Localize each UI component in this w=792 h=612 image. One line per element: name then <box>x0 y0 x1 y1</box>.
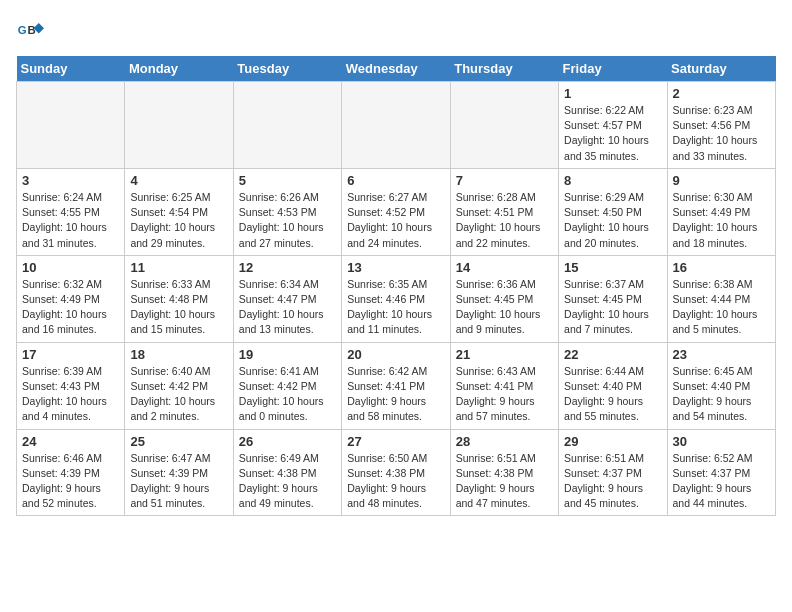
day-number: 16 <box>673 260 770 275</box>
calendar-cell: 28Sunrise: 6:51 AM Sunset: 4:38 PM Dayli… <box>450 429 558 516</box>
calendar-cell: 14Sunrise: 6:36 AM Sunset: 4:45 PM Dayli… <box>450 255 558 342</box>
calendar-cell: 20Sunrise: 6:42 AM Sunset: 4:41 PM Dayli… <box>342 342 450 429</box>
calendar-cell: 26Sunrise: 6:49 AM Sunset: 4:38 PM Dayli… <box>233 429 341 516</box>
day-info: Sunrise: 6:49 AM Sunset: 4:38 PM Dayligh… <box>239 451 336 512</box>
calendar-cell: 30Sunrise: 6:52 AM Sunset: 4:37 PM Dayli… <box>667 429 775 516</box>
day-info: Sunrise: 6:41 AM Sunset: 4:42 PM Dayligh… <box>239 364 336 425</box>
day-info: Sunrise: 6:36 AM Sunset: 4:45 PM Dayligh… <box>456 277 553 338</box>
day-of-week-header: Saturday <box>667 56 775 82</box>
day-info: Sunrise: 6:25 AM Sunset: 4:54 PM Dayligh… <box>130 190 227 251</box>
day-number: 5 <box>239 173 336 188</box>
calendar-cell: 15Sunrise: 6:37 AM Sunset: 4:45 PM Dayli… <box>559 255 667 342</box>
day-number: 30 <box>673 434 770 449</box>
calendar-cell: 5Sunrise: 6:26 AM Sunset: 4:53 PM Daylig… <box>233 168 341 255</box>
calendar-cell: 11Sunrise: 6:33 AM Sunset: 4:48 PM Dayli… <box>125 255 233 342</box>
day-number: 27 <box>347 434 444 449</box>
day-of-week-header: Tuesday <box>233 56 341 82</box>
day-info: Sunrise: 6:43 AM Sunset: 4:41 PM Dayligh… <box>456 364 553 425</box>
day-number: 25 <box>130 434 227 449</box>
calendar-cell: 17Sunrise: 6:39 AM Sunset: 4:43 PM Dayli… <box>17 342 125 429</box>
calendar-week-row: 17Sunrise: 6:39 AM Sunset: 4:43 PM Dayli… <box>17 342 776 429</box>
day-info: Sunrise: 6:26 AM Sunset: 4:53 PM Dayligh… <box>239 190 336 251</box>
calendar-cell: 23Sunrise: 6:45 AM Sunset: 4:40 PM Dayli… <box>667 342 775 429</box>
calendar-cell <box>125 82 233 169</box>
day-number: 10 <box>22 260 119 275</box>
calendar-week-row: 3Sunrise: 6:24 AM Sunset: 4:55 PM Daylig… <box>17 168 776 255</box>
svg-text:B: B <box>27 24 35 36</box>
day-number: 9 <box>673 173 770 188</box>
day-of-week-header: Monday <box>125 56 233 82</box>
day-info: Sunrise: 6:24 AM Sunset: 4:55 PM Dayligh… <box>22 190 119 251</box>
calendar-week-row: 10Sunrise: 6:32 AM Sunset: 4:49 PM Dayli… <box>17 255 776 342</box>
day-number: 13 <box>347 260 444 275</box>
day-info: Sunrise: 6:51 AM Sunset: 4:37 PM Dayligh… <box>564 451 661 512</box>
calendar-cell <box>233 82 341 169</box>
day-number: 26 <box>239 434 336 449</box>
calendar-cell <box>17 82 125 169</box>
calendar-cell: 22Sunrise: 6:44 AM Sunset: 4:40 PM Dayli… <box>559 342 667 429</box>
day-number: 4 <box>130 173 227 188</box>
calendar-cell: 25Sunrise: 6:47 AM Sunset: 4:39 PM Dayli… <box>125 429 233 516</box>
day-number: 21 <box>456 347 553 362</box>
day-of-week-header: Thursday <box>450 56 558 82</box>
calendar-cell: 16Sunrise: 6:38 AM Sunset: 4:44 PM Dayli… <box>667 255 775 342</box>
day-number: 18 <box>130 347 227 362</box>
calendar-cell <box>342 82 450 169</box>
day-number: 24 <box>22 434 119 449</box>
day-of-week-header: Sunday <box>17 56 125 82</box>
calendar-cell: 7Sunrise: 6:28 AM Sunset: 4:51 PM Daylig… <box>450 168 558 255</box>
header: G B <box>16 16 776 44</box>
calendar-cell: 9Sunrise: 6:30 AM Sunset: 4:49 PM Daylig… <box>667 168 775 255</box>
calendar-cell: 12Sunrise: 6:34 AM Sunset: 4:47 PM Dayli… <box>233 255 341 342</box>
calendar-cell: 2Sunrise: 6:23 AM Sunset: 4:56 PM Daylig… <box>667 82 775 169</box>
day-info: Sunrise: 6:44 AM Sunset: 4:40 PM Dayligh… <box>564 364 661 425</box>
day-number: 29 <box>564 434 661 449</box>
svg-text:G: G <box>18 24 27 36</box>
calendar-cell: 19Sunrise: 6:41 AM Sunset: 4:42 PM Dayli… <box>233 342 341 429</box>
day-number: 11 <box>130 260 227 275</box>
day-number: 19 <box>239 347 336 362</box>
day-number: 28 <box>456 434 553 449</box>
day-info: Sunrise: 6:28 AM Sunset: 4:51 PM Dayligh… <box>456 190 553 251</box>
logo: G B <box>16 16 48 44</box>
day-number: 8 <box>564 173 661 188</box>
day-info: Sunrise: 6:35 AM Sunset: 4:46 PM Dayligh… <box>347 277 444 338</box>
day-info: Sunrise: 6:42 AM Sunset: 4:41 PM Dayligh… <box>347 364 444 425</box>
day-number: 20 <box>347 347 444 362</box>
day-number: 7 <box>456 173 553 188</box>
calendar-cell: 18Sunrise: 6:40 AM Sunset: 4:42 PM Dayli… <box>125 342 233 429</box>
day-info: Sunrise: 6:27 AM Sunset: 4:52 PM Dayligh… <box>347 190 444 251</box>
day-of-week-header: Wednesday <box>342 56 450 82</box>
day-info: Sunrise: 6:22 AM Sunset: 4:57 PM Dayligh… <box>564 103 661 164</box>
calendar-cell: 6Sunrise: 6:27 AM Sunset: 4:52 PM Daylig… <box>342 168 450 255</box>
calendar-cell: 4Sunrise: 6:25 AM Sunset: 4:54 PM Daylig… <box>125 168 233 255</box>
day-info: Sunrise: 6:40 AM Sunset: 4:42 PM Dayligh… <box>130 364 227 425</box>
day-number: 12 <box>239 260 336 275</box>
calendar-week-row: 1Sunrise: 6:22 AM Sunset: 4:57 PM Daylig… <box>17 82 776 169</box>
day-number: 2 <box>673 86 770 101</box>
calendar-week-row: 24Sunrise: 6:46 AM Sunset: 4:39 PM Dayli… <box>17 429 776 516</box>
calendar-cell: 8Sunrise: 6:29 AM Sunset: 4:50 PM Daylig… <box>559 168 667 255</box>
day-info: Sunrise: 6:29 AM Sunset: 4:50 PM Dayligh… <box>564 190 661 251</box>
day-info: Sunrise: 6:39 AM Sunset: 4:43 PM Dayligh… <box>22 364 119 425</box>
day-info: Sunrise: 6:32 AM Sunset: 4:49 PM Dayligh… <box>22 277 119 338</box>
calendar-cell: 1Sunrise: 6:22 AM Sunset: 4:57 PM Daylig… <box>559 82 667 169</box>
logo-icon: G B <box>16 16 44 44</box>
calendar-cell: 24Sunrise: 6:46 AM Sunset: 4:39 PM Dayli… <box>17 429 125 516</box>
day-info: Sunrise: 6:47 AM Sunset: 4:39 PM Dayligh… <box>130 451 227 512</box>
day-info: Sunrise: 6:50 AM Sunset: 4:38 PM Dayligh… <box>347 451 444 512</box>
day-number: 15 <box>564 260 661 275</box>
day-number: 6 <box>347 173 444 188</box>
calendar-cell: 13Sunrise: 6:35 AM Sunset: 4:46 PM Dayli… <box>342 255 450 342</box>
day-info: Sunrise: 6:37 AM Sunset: 4:45 PM Dayligh… <box>564 277 661 338</box>
day-of-week-header: Friday <box>559 56 667 82</box>
day-info: Sunrise: 6:46 AM Sunset: 4:39 PM Dayligh… <box>22 451 119 512</box>
day-info: Sunrise: 6:34 AM Sunset: 4:47 PM Dayligh… <box>239 277 336 338</box>
calendar-cell <box>450 82 558 169</box>
calendar-cell: 10Sunrise: 6:32 AM Sunset: 4:49 PM Dayli… <box>17 255 125 342</box>
day-info: Sunrise: 6:23 AM Sunset: 4:56 PM Dayligh… <box>673 103 770 164</box>
calendar-cell: 29Sunrise: 6:51 AM Sunset: 4:37 PM Dayli… <box>559 429 667 516</box>
day-number: 22 <box>564 347 661 362</box>
day-info: Sunrise: 6:33 AM Sunset: 4:48 PM Dayligh… <box>130 277 227 338</box>
calendar-cell: 27Sunrise: 6:50 AM Sunset: 4:38 PM Dayli… <box>342 429 450 516</box>
